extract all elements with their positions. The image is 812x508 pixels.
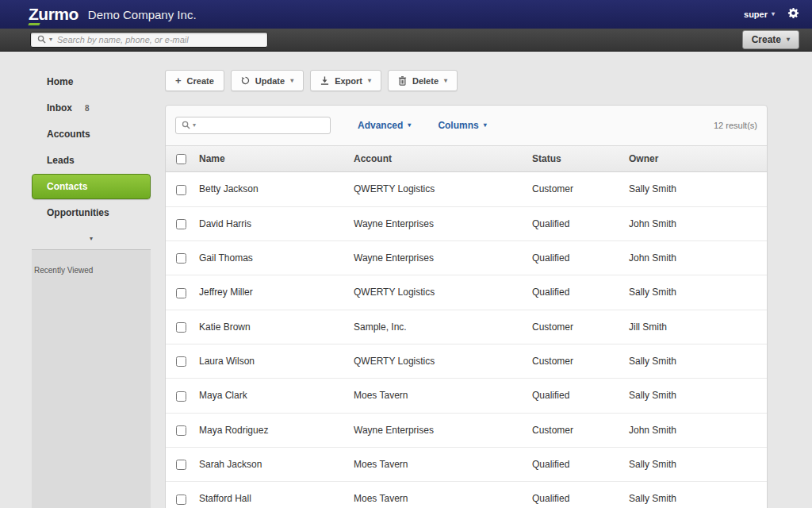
contact-status: Qualified [524,379,621,413]
create-top-button[interactable]: Create ▾ [742,30,799,49]
contact-name[interactable]: Maya Clark [191,379,346,413]
contact-name[interactable]: Betty Jackson [191,172,346,206]
create-button-label: Create [187,76,214,86]
contact-name[interactable]: David Harris [191,206,346,241]
sidebar-item-opportunities[interactable]: Opportunities [32,200,151,225]
list-search-row: ▾ Advanced ▾ Columns ▾ 12 result(s) [166,106,767,145]
contact-account: QWERTY Logistics [346,275,524,310]
global-search-input[interactable] [56,34,261,45]
table-row[interactable]: Jeffrey Miller QWERTY Logistics Qualifie… [166,275,767,310]
chevron-down-icon: ▾ [787,37,790,43]
row-checkbox[interactable] [176,460,186,470]
export-button[interactable]: Export ▾ [310,70,381,91]
sidebar-item-label: Inbox [47,102,72,114]
row-checkbox[interactable] [176,391,186,402]
contact-owner: Sally Smith [621,344,767,378]
contact-name[interactable]: Katie Brown [191,310,346,344]
list-search-box[interactable]: ▾ [175,117,331,134]
user-menu[interactable]: super ▾ [744,10,775,19]
column-header-account[interactable]: Account [346,146,524,172]
sidebar-item-label: Opportunities [47,207,109,218]
sidebar-item-label: Accounts [47,129,90,140]
table-row[interactable]: Katie Brown Sample, Inc. Customer Jill S… [166,310,767,344]
chevron-down-icon[interactable]: ▾ [193,122,196,129]
search-icon [182,118,190,133]
update-button[interactable]: Update ▾ [231,70,304,91]
table-row[interactable]: Betty Jackson QWERTY Logistics Customer … [166,172,767,206]
contact-account: Wayne Enterprises [346,241,524,275]
sidebar-item-contacts[interactable]: Contacts [32,174,151,199]
sidebar-item-home[interactable]: Home [32,69,151,94]
contact-account: Moes Tavern [346,447,524,481]
contact-status: Qualified [524,275,621,310]
chevron-down-icon: ▾ [408,122,411,129]
contact-account: Moes Tavern [346,379,524,413]
contact-status: Customer [524,413,621,447]
gear-icon[interactable] [787,7,799,22]
brand-text: Zurmo [29,5,79,23]
row-checkbox[interactable] [176,356,186,367]
contact-name[interactable]: Maya Rodriguez [191,413,346,447]
global-search-box[interactable]: ▾ [30,32,268,48]
sidebar-item-inbox[interactable]: Inbox 8 [32,95,151,121]
contact-owner: John Smith [621,206,767,241]
advanced-search-link[interactable]: Advanced ▾ [358,120,411,131]
row-checkbox[interactable] [176,288,186,298]
contact-status: Qualified [524,447,621,481]
advanced-link-label: Advanced [358,120,403,131]
global-search-bar: ▾ Create ▾ [0,29,812,52]
trash-icon [398,76,407,86]
contact-status: Qualified [524,241,621,275]
company-name: Demo Company Inc. [88,8,197,21]
inbox-count-badge: 8 [85,104,90,113]
update-button-label: Update [255,76,285,86]
table-row[interactable]: Stafford Hall Moes Tavern Qualified Sall… [166,482,767,508]
search-icon [37,33,46,47]
column-header-status[interactable]: Status [524,146,621,172]
table-row[interactable]: Maya Rodriguez Wayne Enterprises Custome… [166,413,767,447]
chevron-down-icon: ▾ [484,122,487,129]
chevron-down-icon[interactable]: ▾ [49,37,52,43]
row-checkbox[interactable] [176,495,186,505]
contacts-table: Name Account Status Owner Betty Jackson … [166,145,767,508]
sidebar-item-leads[interactable]: Leads [32,148,151,173]
row-checkbox[interactable] [176,425,186,436]
column-header-owner[interactable]: Owner [621,146,767,172]
contact-name[interactable]: Gail Thomas [191,241,346,275]
refresh-icon [241,76,250,85]
sidebar-item-label: Leads [47,155,75,166]
table-row[interactable]: Maya Clark Moes Tavern Qualified Sally S… [166,379,767,413]
table-row[interactable]: Gail Thomas Wayne Enterprises Qualified … [166,241,767,275]
columns-link[interactable]: Columns ▾ [438,120,486,131]
sidebar-expand-chevron[interactable]: ▾ [32,226,151,249]
chevron-down-icon: ▾ [772,11,775,17]
row-checkbox[interactable] [176,253,186,264]
contact-name[interactable]: Laura Wilson [191,344,346,378]
select-all-checkbox[interactable] [176,154,186,164]
columns-link-label: Columns [438,120,478,131]
chevron-down-icon: ▾ [368,78,371,84]
contact-status: Customer [524,310,621,344]
column-header-name[interactable]: Name [191,146,346,172]
delete-button[interactable]: Delete ▾ [388,70,458,91]
contact-owner: Sally Smith [621,379,767,413]
contact-name[interactable]: Sarah Jackson [191,447,346,481]
table-row[interactable]: David Harris Wayne Enterprises Qualified… [166,206,767,241]
row-checkbox[interactable] [176,185,186,195]
table-row[interactable]: Laura Wilson QWERTY Logistics Customer S… [166,344,767,378]
sidebar: Home Inbox 8 Accounts Leads Contacts Opp… [32,52,151,508]
table-row[interactable]: Sarah Jackson Moes Tavern Qualified Sall… [166,447,767,481]
contact-name[interactable]: Stafford Hall [191,482,346,508]
row-checkbox[interactable] [176,219,186,229]
create-button[interactable]: + Create [165,70,224,91]
download-icon [320,76,329,85]
zurmo-logo[interactable]: Zurmo [29,5,79,24]
list-search-input[interactable] [198,120,324,131]
contact-account: Wayne Enterprises [346,413,524,447]
row-checkbox[interactable] [176,322,186,333]
sidebar-item-accounts[interactable]: Accounts [32,121,151,147]
contact-status: Qualified [524,206,621,241]
contact-name[interactable]: Jeffrey Miller [191,275,346,310]
contact-owner: John Smith [621,413,767,447]
contact-owner: Sally Smith [621,275,767,310]
